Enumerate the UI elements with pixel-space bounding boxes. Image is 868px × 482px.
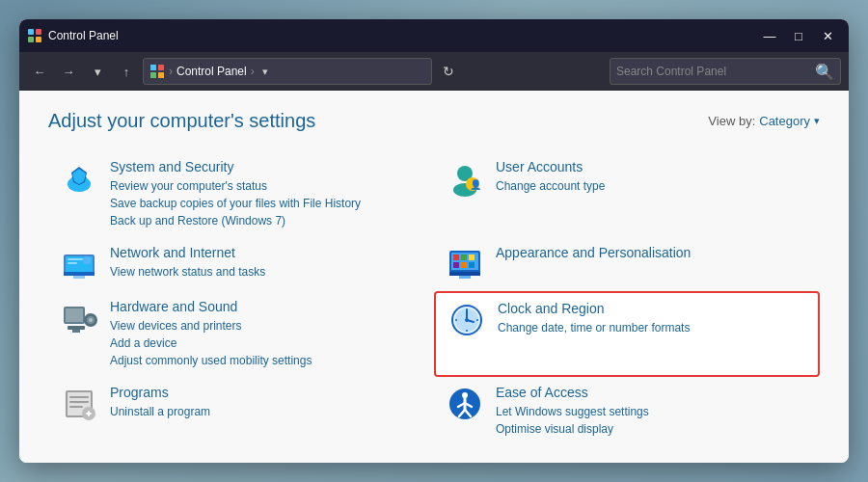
svg-rect-28 bbox=[469, 254, 475, 260]
hardware-title[interactable]: Hardware and Sound bbox=[110, 299, 422, 314]
network-link-1[interactable]: View network status and tasks bbox=[110, 263, 422, 281]
view-by-value[interactable]: Category bbox=[759, 114, 810, 128]
breadcrumb-control-panel[interactable]: Control Panel bbox=[176, 65, 247, 78]
main-window: Control Panel — □ ✕ ← → ▾ ↑ › Control Pa… bbox=[19, 19, 849, 463]
system-security-title[interactable]: System and Security bbox=[110, 159, 422, 174]
svg-rect-17 bbox=[64, 272, 95, 276]
view-by-label: View by: bbox=[708, 114, 755, 128]
programs-title[interactable]: Programs bbox=[110, 385, 422, 400]
recent-dropdown-button[interactable]: ▾ bbox=[85, 59, 110, 84]
svg-rect-34 bbox=[68, 326, 85, 330]
appearance-title[interactable]: Appearance and Personalisation bbox=[496, 245, 808, 260]
programs-link-1[interactable]: Uninstall a program bbox=[110, 403, 422, 420]
close-button[interactable]: ✕ bbox=[814, 25, 841, 46]
user-accounts-icon: 👤 bbox=[446, 159, 484, 198]
system-security-icon bbox=[60, 159, 98, 198]
svg-rect-56 bbox=[88, 411, 90, 416]
view-by-arrow: ▾ bbox=[814, 115, 820, 127]
back-button[interactable]: ← bbox=[27, 59, 52, 84]
content-area: Adjust your computer's settings View by:… bbox=[19, 91, 849, 463]
appearance-content: Appearance and Personalisation bbox=[496, 245, 808, 263]
svg-rect-26 bbox=[453, 254, 459, 260]
window-icon bbox=[27, 28, 42, 43]
forward-button[interactable]: → bbox=[56, 59, 81, 84]
breadcrumb-separator-1: › bbox=[169, 65, 173, 78]
svg-point-38 bbox=[89, 318, 93, 322]
svg-rect-7 bbox=[158, 72, 164, 78]
svg-point-47 bbox=[455, 319, 457, 321]
svg-rect-1 bbox=[36, 29, 41, 35]
svg-rect-4 bbox=[150, 65, 156, 70]
window-title: Control Panel bbox=[48, 29, 756, 42]
clock-region-title[interactable]: Clock and Region bbox=[498, 301, 806, 316]
up-button[interactable]: ↑ bbox=[114, 59, 139, 84]
search-box[interactable]: 🔍 bbox=[610, 58, 841, 85]
clock-icon bbox=[448, 301, 486, 339]
ease-access-title[interactable]: Ease of Access bbox=[496, 385, 808, 400]
refresh-button[interactable]: ↻ bbox=[436, 59, 461, 84]
svg-rect-27 bbox=[461, 254, 467, 260]
breadcrumb[interactable]: › Control Panel › ▾ bbox=[143, 58, 432, 85]
svg-rect-2 bbox=[28, 37, 34, 42]
category-clock-region: Clock and Region Change date, time or nu… bbox=[434, 291, 820, 377]
svg-rect-3 bbox=[36, 37, 41, 42]
svg-text:👤: 👤 bbox=[470, 178, 482, 191]
user-accounts-title[interactable]: User Accounts bbox=[496, 159, 808, 174]
svg-point-48 bbox=[476, 319, 478, 321]
svg-point-46 bbox=[466, 330, 468, 332]
hardware-content: Hardware and Sound View devices and prin… bbox=[110, 299, 422, 369]
clock-region-link-1[interactable]: Change date, time or number formats bbox=[498, 319, 806, 336]
appearance-icon bbox=[446, 245, 484, 283]
system-security-link-1[interactable]: Review your computer's status bbox=[110, 177, 422, 195]
ease-access-link-2[interactable]: Optimise visual display bbox=[496, 420, 808, 438]
ease-access-icon bbox=[446, 385, 484, 423]
title-bar: Control Panel — □ ✕ bbox=[19, 19, 849, 52]
user-accounts-link-1[interactable]: Change account type bbox=[496, 177, 808, 195]
svg-rect-0 bbox=[28, 29, 34, 35]
svg-rect-5 bbox=[158, 65, 164, 70]
svg-rect-31 bbox=[469, 262, 475, 268]
hardware-icon bbox=[60, 299, 98, 337]
svg-rect-51 bbox=[69, 396, 89, 398]
hardware-link-2[interactable]: Add a device bbox=[110, 335, 422, 352]
ease-access-link-1[interactable]: Let Windows suggest settings bbox=[496, 403, 808, 420]
svg-rect-29 bbox=[453, 262, 459, 268]
breadcrumb-dropdown-button[interactable]: ▾ bbox=[258, 66, 272, 78]
svg-rect-33 bbox=[66, 308, 83, 322]
svg-rect-6 bbox=[150, 72, 156, 78]
minimize-button[interactable]: — bbox=[756, 25, 783, 46]
svg-rect-25 bbox=[459, 276, 471, 279]
hardware-link-1[interactable]: View devices and printers bbox=[110, 317, 422, 335]
category-system-security: System and Security Review your computer… bbox=[48, 151, 434, 237]
system-security-link-2[interactable]: Save backup copies of your files with Fi… bbox=[110, 195, 422, 212]
network-title[interactable]: Network and Internet bbox=[110, 245, 422, 260]
svg-point-44 bbox=[465, 318, 469, 322]
search-icon: 🔍 bbox=[815, 63, 834, 81]
category-user-accounts: 👤 User Accounts Change account type bbox=[434, 151, 820, 237]
category-programs: Programs Uninstall a program bbox=[48, 377, 434, 445]
maximize-button[interactable]: □ bbox=[785, 25, 812, 46]
network-icon bbox=[60, 245, 98, 283]
view-by-control[interactable]: View by: Category ▾ bbox=[708, 114, 820, 128]
svg-rect-30 bbox=[461, 262, 467, 268]
programs-icon bbox=[60, 385, 98, 423]
page-title: Adjust your computer's settings bbox=[48, 110, 315, 132]
ease-access-content: Ease of Access Let Windows suggest setti… bbox=[496, 385, 808, 438]
search-input[interactable] bbox=[616, 65, 815, 78]
category-ease-access: Ease of Access Let Windows suggest setti… bbox=[434, 377, 820, 445]
window-controls: — □ ✕ bbox=[756, 25, 841, 46]
page-header: Adjust your computer's settings View by:… bbox=[48, 110, 820, 132]
breadcrumb-separator-2: › bbox=[251, 65, 255, 78]
svg-rect-52 bbox=[69, 401, 89, 403]
user-accounts-content: User Accounts Change account type bbox=[496, 159, 808, 195]
hardware-link-3[interactable]: Adjust commonly used mobility settings bbox=[110, 352, 422, 369]
category-hardware: Hardware and Sound View devices and prin… bbox=[48, 291, 434, 377]
svg-rect-24 bbox=[449, 272, 480, 276]
svg-point-45 bbox=[466, 308, 468, 310]
system-security-link-3[interactable]: Back up and Restore (Windows 7) bbox=[110, 212, 422, 229]
svg-point-19 bbox=[83, 256, 91, 264]
breadcrumb-icon bbox=[149, 64, 165, 79]
categories-grid: System and Security Review your computer… bbox=[48, 151, 820, 445]
category-network: Network and Internet View network status… bbox=[48, 237, 434, 291]
programs-content: Programs Uninstall a program bbox=[110, 385, 422, 420]
